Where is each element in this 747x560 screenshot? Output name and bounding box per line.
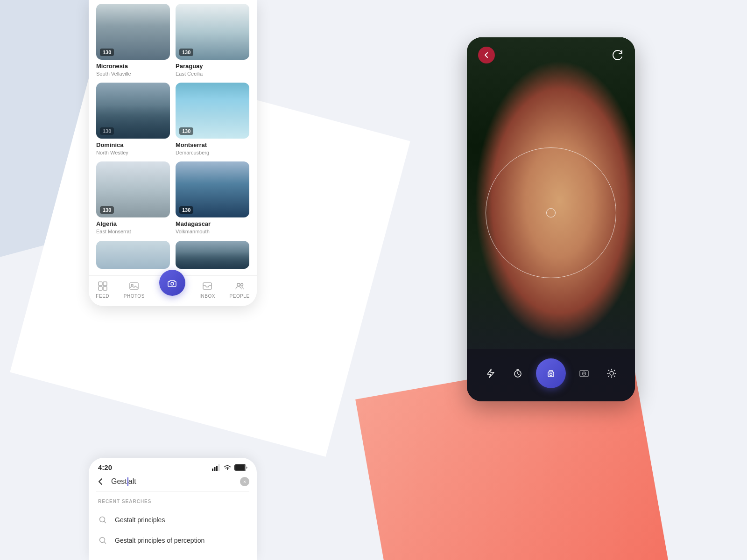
search-text-before-cursor: Gest — [111, 477, 127, 485]
photo-thumbnail-paraguay[interactable]: 130 — [176, 4, 249, 60]
photo-subtitle: South Vellaville — [96, 70, 170, 77]
svg-rect-11 — [214, 467, 216, 471]
camera-shutter-row — [476, 358, 626, 388]
inbox-icon — [202, 280, 213, 292]
camera-back-button[interactable] — [478, 47, 495, 63]
photo-count-badge: 130 — [179, 206, 193, 214]
list-item[interactable]: 130 Dominica North Westley — [96, 83, 170, 156]
focus-circle-outer — [486, 147, 616, 278]
status-icons — [212, 464, 247, 471]
list-item[interactable]: 130 Micronesia South Vellaville — [96, 4, 170, 77]
search-result-text: Gestalt principles of perception — [115, 537, 204, 544]
nav-camera-button[interactable] — [159, 270, 185, 296]
photo-title: Micronesia — [96, 63, 170, 70]
bottom-navigation: FEED PHOTOS — [89, 275, 257, 306]
nav-item-feed[interactable]: FEED — [96, 280, 109, 299]
feed-icon — [97, 280, 108, 292]
photo-subtitle: East Monserrat — [96, 228, 170, 235]
photo-subtitle: North Westley — [96, 149, 170, 156]
search-clear-button[interactable]: × — [240, 477, 249, 486]
phone-feed: 130 Micronesia South Vellaville 130 Para… — [89, 0, 257, 306]
list-item[interactable]: 130 Paraguay East Cecilia — [176, 4, 249, 77]
wifi-icon — [223, 464, 232, 471]
photo-thumbnail-micronesia[interactable]: 130 — [96, 4, 170, 60]
photos-icon — [128, 280, 140, 292]
svg-point-9 — [241, 283, 243, 286]
svg-point-6 — [171, 282, 174, 285]
photo-title: Montserrat — [176, 141, 249, 149]
focus-circle-inner — [546, 208, 556, 217]
photo-title: Dominica — [96, 141, 170, 149]
svg-rect-0 — [99, 282, 102, 286]
search-input[interactable]: Gestalt — [111, 477, 240, 486]
camera-shutter-button[interactable] — [536, 358, 566, 388]
svg-point-8 — [237, 283, 240, 286]
camera-top-controls — [467, 37, 635, 73]
svg-point-20 — [550, 373, 552, 376]
svg-point-24 — [610, 371, 613, 375]
photo-thumbnail-partial-left[interactable] — [96, 241, 170, 269]
svg-rect-1 — [103, 282, 107, 286]
photo-count-badge: 130 — [100, 127, 114, 135]
svg-rect-13 — [218, 464, 220, 471]
svg-point-23 — [584, 373, 585, 374]
camera-photo-button[interactable] — [575, 364, 593, 383]
status-time: 4:20 — [98, 463, 112, 471]
svg-rect-15 — [235, 465, 245, 470]
photo-thumbnail-algeria[interactable]: 130 — [96, 161, 170, 217]
search-result-item[interactable]: Gestalt principles — [89, 510, 257, 530]
photo-subtitle: Volkmanmouth — [176, 228, 249, 235]
nav-item-people[interactable]: PEOPLE — [230, 280, 250, 299]
photo-title: Paraguay — [176, 63, 249, 70]
camera-rotate-button[interactable] — [613, 49, 624, 61]
photo-thumbnail-dominica[interactable]: 130 — [96, 83, 170, 139]
camera-bottom-controls — [467, 349, 635, 401]
photo-count-badge: 130 — [179, 127, 193, 135]
nav-label-photos: PHOTOS — [124, 294, 145, 299]
photo-subtitle: Demarcusberg — [176, 149, 249, 156]
nav-label-people: PEOPLE — [230, 294, 250, 299]
recent-searches-label: RECENT SEARCHES — [89, 499, 257, 510]
svg-rect-4 — [130, 283, 138, 289]
nav-item-photos[interactable]: PHOTOS — [124, 280, 145, 299]
photo-thumbnail-madagascar[interactable]: 130 — [176, 161, 249, 217]
svg-rect-2 — [99, 287, 102, 290]
search-text-after-cursor: alt — [128, 477, 136, 485]
status-bar: 4:20 — [89, 458, 257, 475]
svg-rect-19 — [548, 372, 554, 377]
nav-label-feed: FEED — [96, 294, 109, 299]
search-result-item[interactable]: Gestalt principles of perception — [89, 530, 257, 551]
photo-count-badge: 130 — [100, 49, 114, 56]
list-item[interactable]: 130 Montserrat Demarcusberg — [176, 83, 249, 156]
list-item[interactable]: 130 Madagascar Volkmanmouth — [176, 161, 249, 235]
list-item[interactable] — [96, 241, 170, 272]
photo-grid: 130 Micronesia South Vellaville 130 Para… — [89, 0, 257, 275]
photo-title: Madagascar — [176, 220, 249, 228]
camera-viewfinder — [467, 37, 635, 401]
search-result-text: Gestalt principles — [115, 516, 165, 524]
photo-count-badge: 130 — [100, 206, 114, 214]
camera-flash-button[interactable] — [481, 364, 500, 383]
nav-item-inbox[interactable]: INBOX — [199, 280, 215, 299]
svg-rect-7 — [203, 283, 211, 289]
phone-search: 4:20 — [89, 458, 257, 560]
search-bar: Gestalt × — [96, 477, 249, 491]
list-item[interactable]: 130 Algeria East Monserrat — [96, 161, 170, 235]
photo-title: Algeria — [96, 220, 170, 228]
search-icon — [98, 515, 107, 525]
phone-camera — [467, 37, 635, 401]
camera-brightness-button[interactable] — [602, 364, 621, 383]
battery-icon — [234, 464, 247, 471]
photo-subtitle: East Cecilia — [176, 70, 249, 77]
svg-rect-10 — [212, 469, 213, 471]
list-item[interactable] — [176, 241, 249, 272]
nav-label-inbox: INBOX — [199, 294, 215, 299]
search-back-button[interactable] — [96, 477, 106, 486]
svg-rect-12 — [216, 466, 218, 471]
photo-count-badge: 130 — [179, 49, 193, 56]
svg-rect-3 — [103, 287, 107, 290]
camera-timer-button[interactable] — [508, 364, 527, 383]
photo-thumbnail-montserrat[interactable]: 130 — [176, 83, 249, 139]
search-icon — [98, 536, 107, 545]
photo-thumbnail-partial-right[interactable] — [176, 241, 249, 269]
